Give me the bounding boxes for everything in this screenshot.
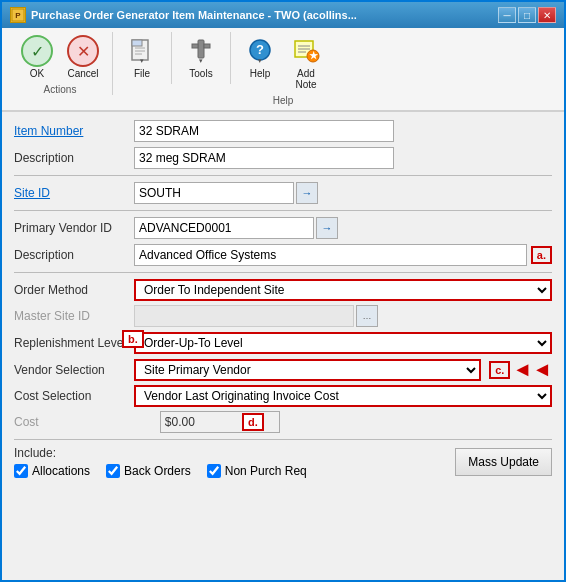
add-note-button[interactable]: ★ Add Note	[285, 32, 327, 93]
toolbar-group-tools: ▾ Tools	[172, 32, 231, 84]
toolbar: ✓ OK ✕ Cancel Actions	[2, 28, 564, 112]
file-label: File	[134, 68, 150, 79]
description-input[interactable]	[134, 147, 394, 169]
back-orders-checkbox[interactable]	[106, 464, 120, 478]
tools-label: Tools	[189, 68, 212, 79]
master-site-row: Master Site ID …	[14, 305, 552, 327]
close-button[interactable]: ✕	[538, 7, 556, 23]
vendor-selection-label: Vendor Selection	[14, 363, 134, 377]
svg-text:P: P	[15, 11, 21, 20]
file-icon: ▾	[126, 35, 158, 67]
site-id-label[interactable]: Site ID	[14, 186, 134, 200]
cancel-label: Cancel	[67, 68, 98, 79]
item-number-input[interactable]	[134, 120, 394, 142]
title-bar-left: P Purchase Order Generator Item Maintena…	[10, 7, 357, 23]
vendor-description-input[interactable]	[134, 244, 527, 266]
master-site-lookup-button[interactable]: …	[356, 305, 378, 327]
tools-buttons: ▾ Tools	[180, 32, 222, 82]
cancel-button[interactable]: ✕ Cancel	[62, 32, 104, 82]
actions-group-label: Actions	[44, 84, 77, 95]
replenishment-select[interactable]: Order-Up-To Level Reorder Point Min/Max	[134, 332, 552, 354]
cost-selection-label: Cost Selection	[14, 389, 134, 403]
item-number-label[interactable]: Item Number	[14, 124, 134, 138]
action-buttons: ✓ OK ✕ Cancel	[16, 32, 104, 82]
file-button[interactable]: ▾ File	[121, 32, 163, 82]
tools-icon: ▾	[185, 35, 217, 67]
add-note-label: Add Note	[288, 68, 324, 90]
window-title: Purchase Order Generator Item Maintenanc…	[31, 9, 357, 21]
toolbar-group-actions: ✓ OK ✕ Cancel Actions	[8, 32, 113, 95]
annotation-b: b.	[122, 330, 144, 348]
cost-label: Cost	[14, 415, 134, 429]
allocations-checkbox[interactable]	[14, 464, 28, 478]
include-section: Include: Allocations Back Orders Non Pur…	[14, 446, 307, 478]
ok-label: OK	[30, 68, 44, 79]
arrow-c-icon: ◄◄	[512, 358, 552, 381]
vendor-selection-select[interactable]: Site Primary Vendor Cheapest Vendor Spec…	[134, 359, 481, 381]
master-site-label: Master Site ID	[14, 309, 134, 323]
description-label: Description	[14, 151, 134, 165]
description-row: Description	[14, 147, 552, 169]
main-window: P Purchase Order Generator Item Maintena…	[0, 0, 566, 582]
help-buttons: ? ▾ Help ★	[239, 32, 327, 93]
help-icon: ? ▾	[244, 35, 276, 67]
svg-text:▾: ▾	[199, 57, 203, 64]
non-purch-req-checkbox[interactable]	[207, 464, 221, 478]
annotation-a: a.	[531, 246, 552, 264]
help-button[interactable]: ? ▾ Help	[239, 32, 281, 93]
non-purch-req-checkbox-item[interactable]: Non Purch Req	[207, 464, 307, 478]
tools-button[interactable]: ▾ Tools	[180, 32, 222, 82]
svg-text:▾: ▾	[258, 57, 262, 64]
svg-rect-9	[192, 44, 198, 48]
vendor-selection-row: Vendor Selection Site Primary Vendor Che…	[14, 358, 552, 381]
site-id-input[interactable]	[134, 182, 294, 204]
back-orders-label: Back Orders	[124, 464, 191, 478]
restore-button[interactable]: □	[518, 7, 536, 23]
svg-text:★: ★	[309, 50, 319, 61]
site-id-arrow-button[interactable]: →	[296, 182, 318, 204]
order-method-row: Order Method Order To Independent Site O…	[14, 279, 552, 301]
ok-button[interactable]: ✓ OK	[16, 32, 58, 82]
allocations-checkbox-item[interactable]: Allocations	[14, 464, 90, 478]
order-method-label: Order Method	[14, 283, 134, 297]
replenishment-row: Replenishment Level b. Order-Up-To Level…	[14, 332, 552, 354]
add-note-icon: ★	[290, 35, 322, 67]
vendor-description-label: Description	[14, 248, 134, 262]
cancel-icon: ✕	[67, 35, 99, 67]
minimize-button[interactable]: ─	[498, 7, 516, 23]
bottom-row: Include: Allocations Back Orders Non Pur…	[14, 446, 552, 478]
divider-1	[14, 175, 552, 176]
back-orders-checkbox-item[interactable]: Back Orders	[106, 464, 191, 478]
non-purch-req-label: Non Purch Req	[225, 464, 307, 478]
divider-3	[14, 272, 552, 273]
site-id-row: Site ID →	[14, 182, 552, 204]
include-label: Include:	[14, 446, 56, 460]
cost-selection-row: Cost Selection Vendor Last Originating I…	[14, 385, 552, 407]
checkbox-group: Allocations Back Orders Non Purch Req	[14, 464, 307, 478]
allocations-label: Allocations	[32, 464, 90, 478]
svg-rect-3	[132, 40, 142, 46]
title-bar: P Purchase Order Generator Item Maintena…	[2, 2, 564, 28]
toolbar-group-file: ▾ File	[113, 32, 172, 84]
replenishment-label: Replenishment Level	[14, 336, 134, 350]
primary-vendor-input[interactable]	[134, 217, 314, 239]
svg-rect-10	[204, 44, 210, 48]
toolbar-group-help: ? ▾ Help ★	[231, 32, 335, 106]
primary-vendor-label: Primary Vendor ID	[14, 221, 134, 235]
master-site-input	[134, 305, 354, 327]
mass-update-button[interactable]: Mass Update	[455, 448, 552, 476]
divider-2	[14, 210, 552, 211]
ok-icon: ✓	[21, 35, 53, 67]
vendor-description-row: Description a.	[14, 244, 552, 266]
vendor-id-row: Primary Vendor ID →	[14, 217, 552, 239]
divider-4	[14, 439, 552, 440]
item-number-row: Item Number	[14, 120, 552, 142]
annotation-c: c.	[489, 361, 510, 379]
title-controls: ─ □ ✕	[498, 7, 556, 23]
cost-selection-select[interactable]: Vendor Last Originating Invoice Cost Cur…	[134, 385, 552, 407]
cost-row: Cost d.	[14, 411, 552, 433]
help-group-label: Help	[273, 95, 294, 106]
order-method-select[interactable]: Order To Independent Site Order To Maste…	[134, 279, 552, 301]
svg-text:▾: ▾	[140, 57, 144, 64]
vendor-arrow-button[interactable]: →	[316, 217, 338, 239]
